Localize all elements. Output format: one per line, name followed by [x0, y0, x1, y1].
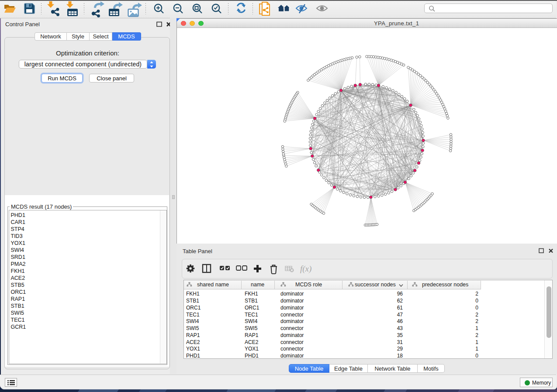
- svg-text:f(x): f(x): [300, 264, 311, 274]
